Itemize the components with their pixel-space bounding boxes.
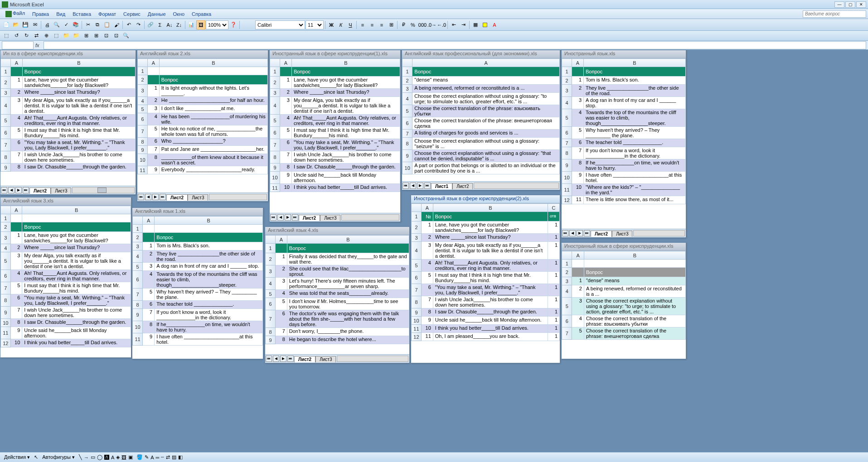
workbook-title[interactable]: Иностранный язык в сфере юриспруденции(1… bbox=[270, 50, 400, 58]
tab-next-icon[interactable]: ▶ bbox=[280, 356, 286, 362]
sheet-tab[interactable]: Лист1 bbox=[431, 183, 452, 189]
tab-first-icon[interactable]: ⏮ bbox=[138, 194, 144, 200]
line-icon[interactable]: ╲ bbox=[79, 454, 82, 460]
arrow-style-icon[interactable]: ⇄ bbox=[166, 454, 170, 460]
open-icon[interactable]: 📂 bbox=[11, 20, 20, 29]
research-icon[interactable]: 📚 bbox=[71, 20, 80, 29]
tb2-icon[interactable]: 📁 bbox=[72, 32, 81, 40]
menu-data[interactable]: Данные bbox=[144, 10, 170, 18]
tab-prev-icon[interactable]: ◀ bbox=[273, 356, 279, 362]
workbook-window[interactable]: Английский язык 3.xls AB12Вопрос31Lane, … bbox=[0, 197, 131, 358]
sheet-tab[interactable]: Лист2 bbox=[294, 356, 315, 362]
font-color-icon[interactable]: A bbox=[150, 455, 154, 460]
grid[interactable]: AB1Вопрос21Finally it was decided that t… bbox=[265, 235, 409, 354]
workbook-window[interactable]: Английский язык 2.xls AB12Вопрос31It is … bbox=[137, 50, 268, 202]
hyperlink-icon[interactable]: 🔗 bbox=[146, 20, 155, 29]
grid[interactable]: AB12Вопрос31Lane, have you got the cucum… bbox=[0, 206, 131, 357]
textbox-icon[interactable]: 🅰 bbox=[104, 455, 109, 460]
workbook-title[interactable]: Английский язык профессиональный (для эк… bbox=[402, 50, 560, 58]
tb2-icon[interactable]: 📁 bbox=[62, 32, 71, 40]
menu-view[interactable]: Вид bbox=[53, 10, 69, 18]
hscroll[interactable] bbox=[209, 194, 267, 200]
align-center-icon[interactable]: ≡ bbox=[368, 20, 377, 29]
tab-prev-icon[interactable]: ◀ bbox=[8, 187, 15, 193]
select-icon[interactable]: ↖ bbox=[34, 454, 38, 460]
tb2-icon[interactable]: ⊡ bbox=[112, 32, 121, 40]
percent-icon[interactable]: % bbox=[408, 20, 417, 29]
tb2-icon[interactable]: ⊞ bbox=[92, 32, 101, 40]
bold-icon[interactable]: Ж bbox=[327, 20, 336, 29]
sheet-tab[interactable]: Лист2 bbox=[591, 231, 612, 237]
save-icon[interactable]: 💾 bbox=[21, 20, 30, 29]
print-preview-icon[interactable]: 🔍 bbox=[52, 20, 61, 29]
shadow-icon[interactable]: ▨ bbox=[172, 454, 176, 460]
arrow-icon[interactable]: → bbox=[84, 455, 89, 460]
sort-asc-icon[interactable]: A↓ bbox=[165, 20, 174, 29]
workbook-window[interactable]: Английский язык 4.xls AB1Вопрос21Finally… bbox=[265, 226, 410, 363]
minimize-button[interactable]: — bbox=[834, 1, 844, 8]
sheet-tab[interactable]: Лист3 bbox=[51, 188, 71, 194]
workbook-title[interactable]: Ин яз в сфере юриспрюденции.xls bbox=[0, 50, 136, 58]
workbook-window[interactable]: Ин яз в сфере юриспрюденции.xls AB1Вопро… bbox=[0, 50, 136, 195]
tb2-icon[interactable]: ⊕ bbox=[42, 32, 51, 40]
formula-input[interactable] bbox=[44, 41, 866, 49]
format-painter-icon[interactable]: 🖌 bbox=[112, 20, 121, 29]
actions-menu[interactable]: Действия ▾ bbox=[2, 453, 32, 461]
tab-next-icon[interactable]: ▶ bbox=[577, 230, 583, 236]
workbook-title[interactable]: Иностранный язык.xls bbox=[562, 50, 686, 58]
diagram-icon[interactable]: ◈ bbox=[116, 454, 120, 460]
tab-first-icon[interactable]: ⏮ bbox=[266, 356, 272, 362]
tb2-icon[interactable]: ↻ bbox=[22, 32, 31, 40]
tab-first-icon[interactable]: ⏮ bbox=[1, 187, 7, 193]
sheet-tab[interactable]: Лист3 bbox=[188, 194, 208, 201]
underline-icon[interactable]: Ч bbox=[346, 20, 355, 29]
sheet-tab[interactable]: Лист2 bbox=[452, 183, 473, 189]
zoom-select[interactable]: 100% bbox=[206, 20, 228, 29]
grid[interactable]: AB12Вопрос31Tom is Mrs. Black's son.42Th… bbox=[132, 216, 263, 359]
tb2-icon[interactable]: ⇄ bbox=[32, 32, 41, 40]
oval-icon[interactable]: ◯ bbox=[97, 454, 102, 460]
hscroll[interactable] bbox=[72, 187, 135, 193]
tab-last-icon[interactable]: ⏭ bbox=[292, 214, 298, 221]
autoshapes-menu[interactable]: Автофигуры ▾ bbox=[40, 453, 77, 461]
borders-icon[interactable]: ▦ bbox=[471, 20, 480, 29]
comma-icon[interactable]: 000 bbox=[418, 20, 427, 29]
sort-desc-icon[interactable]: Z↓ bbox=[175, 20, 184, 29]
fill-color-icon[interactable] bbox=[480, 20, 490, 29]
font-color-icon[interactable]: A bbox=[490, 20, 499, 29]
sheet-tab[interactable]: Лист3 bbox=[612, 231, 632, 237]
tab-next-icon[interactable]: ▶ bbox=[15, 187, 22, 193]
tab-first-icon[interactable]: ⏮ bbox=[270, 214, 276, 221]
wordart-icon[interactable]: A bbox=[111, 455, 114, 460]
sheet-tab[interactable]: Лист3 bbox=[320, 215, 340, 221]
menu-insert[interactable]: Вставка bbox=[69, 10, 95, 18]
new-icon[interactable]: 📄 bbox=[2, 20, 11, 29]
tb2-icon[interactable]: ⬚ bbox=[2, 32, 11, 40]
cut-icon[interactable]: ✂ bbox=[83, 20, 92, 29]
hscroll[interactable] bbox=[341, 214, 399, 221]
workbook-window[interactable]: Иностранный язык в сфере юриспруденции.x… bbox=[561, 242, 686, 359]
workbook-title[interactable]: Английский язык 1.xls bbox=[132, 208, 263, 216]
tab-last-icon[interactable]: ⏭ bbox=[160, 194, 166, 200]
tab-prev-icon[interactable]: ◀ bbox=[145, 194, 151, 200]
copy-icon[interactable]: ⧉ bbox=[93, 20, 102, 29]
menu-window[interactable]: Окно bbox=[170, 10, 189, 18]
spellcheck-icon[interactable]: ✓ bbox=[62, 20, 71, 29]
tab-last-icon[interactable]: ⏭ bbox=[584, 230, 590, 236]
close-button[interactable]: ✕ bbox=[856, 1, 866, 8]
tb2-icon[interactable]: 🔍 bbox=[121, 32, 131, 40]
line-style-icon[interactable]: ═ bbox=[156, 455, 160, 460]
workbook-title[interactable]: Иностранный язык в сфере юриспруденции(2… bbox=[411, 195, 560, 203]
italic-icon[interactable]: К bbox=[336, 20, 345, 29]
hscroll[interactable] bbox=[337, 356, 408, 362]
hscroll[interactable] bbox=[633, 230, 685, 236]
workbook-window[interactable]: Английский язык профессиональный (для эк… bbox=[402, 50, 560, 190]
workbook-title[interactable]: Английский язык 2.xls bbox=[137, 50, 268, 58]
tab-first-icon[interactable]: ⏮ bbox=[402, 183, 409, 189]
tab-prev-icon[interactable]: ◀ bbox=[569, 230, 576, 236]
increase-decimal-icon[interactable]: .0→ bbox=[427, 20, 436, 29]
undo-icon[interactable]: ↶ bbox=[124, 20, 133, 29]
tab-last-icon[interactable]: ⏭ bbox=[23, 187, 29, 193]
grid[interactable]: A1Вопрос2"dense" means3A being renewed, … bbox=[402, 58, 560, 181]
currency-icon[interactable]: ₽ bbox=[399, 20, 408, 29]
